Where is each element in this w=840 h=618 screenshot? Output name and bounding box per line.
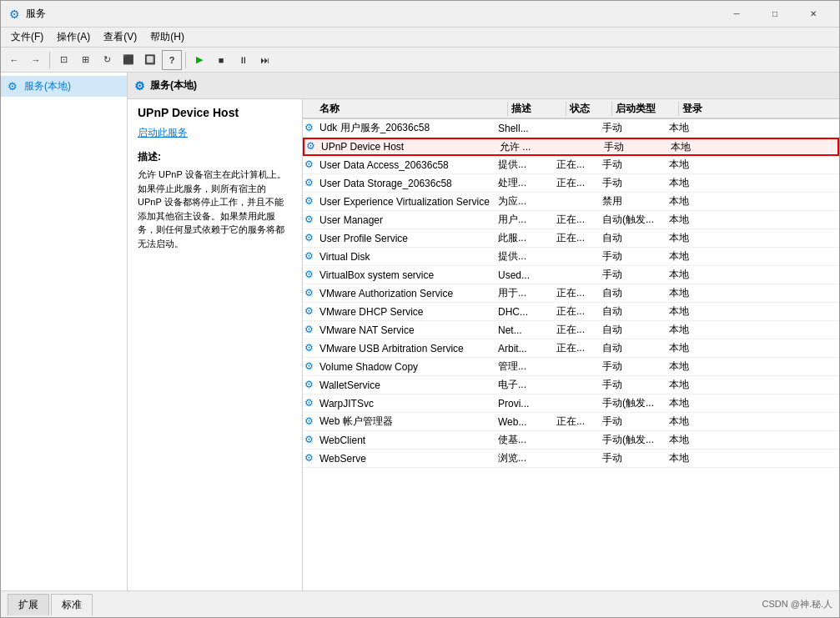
table-body: ⚙Udk 用户服务_20636c58Shell...手动本地⚙UPnP Devi…: [303, 119, 839, 590]
col-header-login[interactable]: 登录: [679, 102, 729, 116]
service-description: 允许 UPnP 设备宿主在此计算机上。如果停止此服务，则所有宿主的 UPnP 设…: [138, 168, 292, 250]
cell-service-login: 本地: [666, 194, 716, 209]
cell-service-startup: 手动: [601, 140, 667, 154]
cell-service-status: 正在...: [553, 176, 599, 190]
toolbar: ← → ⊡ ⊞ ↻ ⬛ 🔲 ? ▶ ■ ⏸ ⏭: [1, 48, 839, 73]
cell-service-status: 正在...: [553, 286, 599, 300]
col-header-desc[interactable]: 描述: [508, 102, 566, 116]
help-button[interactable]: ?: [162, 50, 182, 70]
stop-button[interactable]: ■: [211, 50, 231, 70]
browse-button[interactable]: ⊡: [53, 50, 73, 70]
service-icon: ⚙: [306, 140, 319, 153]
minimize-button[interactable]: ─: [717, 1, 756, 28]
cell-service-desc: 提供...: [495, 249, 553, 264]
cell-service-status: 正在...: [553, 323, 599, 337]
restart-button[interactable]: ⏭: [254, 50, 274, 70]
cell-service-startup: 自动: [599, 304, 666, 319]
service-icon: ⚙: [304, 287, 318, 300]
table-row[interactable]: ⚙User Profile Service此服...正在...自动本地: [303, 229, 839, 248]
table-row[interactable]: ⚙UPnP Device Host允许 ...手动本地: [303, 138, 839, 156]
cell-service-desc: Arbit...: [495, 343, 553, 354]
table-row[interactable]: ⚙Web 帐户管理器Web...正在...手动本地: [303, 413, 839, 431]
toolbar-sep-1: [49, 52, 50, 68]
cell-service-login: 本地: [666, 176, 716, 190]
cell-service-login: 本地: [666, 249, 716, 264]
refresh-button[interactable]: ↻: [97, 50, 117, 70]
table-row[interactable]: ⚙WarpJITSvcProvi...手动(触发...本地: [303, 394, 839, 413]
cell-service-startup: 自动: [599, 323, 666, 337]
service-icon: ⚙: [304, 177, 318, 190]
col-header-status[interactable]: 状态: [566, 102, 612, 116]
cell-service-login: 本地: [667, 140, 717, 154]
table-row[interactable]: ⚙VMware DHCP ServiceDHC...正在...自动本地: [303, 303, 839, 321]
start-service-link[interactable]: 启动此服务: [138, 126, 292, 140]
cell-service-login: 本地: [666, 341, 716, 355]
cell-service-startup: 自动: [599, 341, 666, 355]
content-header: ⚙ 服务(本地): [128, 73, 839, 99]
maximize-button[interactable]: □: [756, 1, 794, 28]
table-row[interactable]: ⚙Volume Shadow Copy管理...手动本地: [303, 358, 839, 376]
table-row[interactable]: ⚙Virtual Disk提供...手动本地: [303, 248, 839, 266]
table-row[interactable]: ⚙Udk 用户服务_20636c58Shell...手动本地: [303, 119, 839, 138]
pause-button[interactable]: ⏸: [233, 50, 253, 70]
table-row[interactable]: ⚙User Data Access_20636c58提供...正在...手动本地: [303, 156, 839, 174]
table-row[interactable]: ⚙WebServe浏览...手动本地: [303, 450, 839, 468]
table-row[interactable]: ⚙User Manager用户...正在...自动(触发...本地: [303, 211, 839, 229]
service-info-panel: UPnP Device Host 启动此服务 描述: 允许 UPnP 设备宿主在…: [128, 99, 303, 590]
cell-service-login: 本地: [666, 121, 716, 135]
col-header-name[interactable]: 名称: [316, 102, 508, 116]
service-icon: ⚙: [304, 452, 318, 465]
menu-file[interactable]: 文件(F): [4, 28, 50, 46]
cell-service-name: Volume Shadow Copy: [319, 361, 495, 373]
cell-service-startup: 手动: [599, 359, 666, 374]
table-row[interactable]: ⚙VirtualBox system serviceUsed...手动本地: [303, 266, 839, 284]
cell-service-desc: Used...: [495, 269, 553, 281]
cell-service-startup: 手动: [599, 176, 666, 190]
cell-service-login: 本地: [666, 451, 716, 465]
cell-service-name: VMware DHCP Service: [319, 306, 495, 318]
cell-service-desc: 允许 ...: [496, 140, 555, 154]
cell-service-startup: 手动: [599, 451, 666, 465]
table-row[interactable]: ⚙VMware NAT ServiceNet...正在...自动本地: [303, 321, 839, 339]
watermark: CSDN @神.秘.人: [762, 598, 832, 610]
cell-service-name: UPnP Device Host: [321, 141, 496, 153]
app-icon: ⚙: [8, 8, 21, 21]
cell-service-name: WebServe: [319, 453, 495, 465]
cell-service-login: 本地: [666, 433, 716, 447]
view-button[interactable]: ⊞: [75, 50, 95, 70]
col-header-startup[interactable]: 启动类型: [612, 102, 679, 116]
properties-button[interactable]: 🔲: [140, 50, 160, 70]
cell-service-name: Web 帐户管理器: [319, 415, 495, 429]
table-row[interactable]: ⚙User Data Storage_20636c58处理...正在...手动本…: [303, 174, 839, 193]
cell-service-name: User Manager: [319, 214, 495, 226]
cell-service-name: User Profile Service: [319, 233, 495, 244]
menu-view[interactable]: 查看(V): [97, 28, 143, 46]
table-row[interactable]: ⚙VMware USB Arbitration ServiceArbit...正…: [303, 339, 839, 358]
cell-service-desc: 使基...: [495, 433, 553, 447]
sidebar-item-services-local[interactable]: ⚙ 服务(本地): [1, 76, 127, 97]
cell-service-desc: Web...: [495, 416, 553, 428]
menu-action[interactable]: 操作(A): [50, 28, 97, 46]
close-button[interactable]: ✕: [794, 1, 832, 28]
service-icon: ⚙: [304, 434, 318, 447]
service-icon: ⚙: [304, 250, 318, 264]
tab-standard[interactable]: 标准: [51, 594, 93, 615]
cell-service-startup: 手动(触发...: [599, 433, 666, 447]
table-row[interactable]: ⚙WalletService电子...手动本地: [303, 376, 839, 394]
main-window: ⚙ 服务 ─ □ ✕ 文件(F) 操作(A) 查看(V) 帮助(H) ← → ⊡…: [0, 0, 840, 618]
cell-service-login: 本地: [666, 231, 716, 245]
back-button[interactable]: ←: [4, 50, 24, 70]
tab-expand[interactable]: 扩展: [8, 594, 49, 615]
table-row[interactable]: ⚙User Experience Virtualization Service为…: [303, 193, 839, 211]
content-header-icon: ⚙: [134, 79, 145, 93]
table-row[interactable]: ⚙VMware Authorization Service用于...正在...自…: [303, 284, 839, 303]
cell-service-startup: 手动: [599, 158, 666, 172]
cell-service-startup: 手动: [599, 378, 666, 392]
main-content: ⚙ 服务(本地) ⚙ 服务(本地) UPnP Device Host 启动此服务…: [1, 73, 839, 590]
table-row[interactable]: ⚙WebClient使基...手动(触发...本地: [303, 431, 839, 450]
forward-button[interactable]: →: [26, 50, 46, 70]
export-button[interactable]: ⬛: [118, 50, 138, 70]
play-button[interactable]: ▶: [189, 50, 209, 70]
menu-help[interactable]: 帮助(H): [143, 28, 191, 46]
content-header-title: 服务(本地): [150, 78, 197, 93]
